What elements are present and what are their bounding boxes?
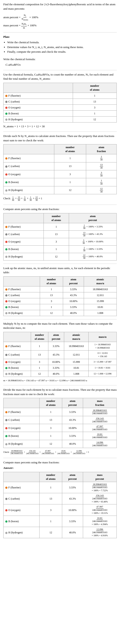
table-row: C (carbon) 13 1330 × 100% = 43.3% [4, 230, 117, 238]
intro-section: Find the elemental composition for 2-(3-… [3, 2, 117, 11]
col-mass-frac: massfraction [83, 398, 116, 408]
intro-text: Find the elemental composition for 2-(3-… [3, 2, 117, 11]
c-dot3 [5, 233, 8, 236]
plan-list: Write the chemical formula. Determine va… [7, 40, 117, 54]
f-dot5 [5, 345, 8, 348]
step1-text: Use the chemical formula, C₁₃H₁₂BFO₃, to… [3, 72, 117, 81]
table6: numberof atoms atompercent massfraction … [3, 398, 117, 448]
b-dot3 [5, 248, 8, 250]
table-row: H (hydrogen) 12 1230 [4, 186, 117, 194]
col-atom-pct: atompercent [63, 276, 84, 286]
col-element [4, 332, 31, 342]
c-dot2 [5, 166, 8, 168]
h-dot6 [5, 443, 8, 445]
table-row: O (oxygen) 310.00%15.999 3 × 15.999 = 47… [4, 359, 117, 365]
step3-section: Compute atom percents using the atom fra… [3, 207, 117, 260]
h-atoms: 12 [73, 116, 116, 122]
element-f: F (fluorine) [4, 93, 73, 98]
plan-section: Plan: Write the chemical formula. Determ… [3, 35, 117, 54]
table-row: F (fluorine) 13.33% 18.998403163246.0444… [4, 482, 117, 493]
table-row: F (fluorine) 1 130 × 100% = 3.33% [4, 223, 117, 230]
table3-header: numberof atoms atompercent [4, 213, 117, 223]
table-row: H (hydrogen) 1240.0%1.008 12 × 1.008 = 1… [4, 371, 117, 377]
col-atom-pct: atompercent [62, 398, 83, 408]
c-dot5 [5, 354, 8, 356]
table-row: O (oxygen) 310.00% 47.997246.044403163× … [4, 504, 117, 516]
col-atoms: numberof atoms [44, 213, 69, 223]
divider5 [3, 264, 117, 264]
table-row: H (hydrogen) 1240.0%1.008 [4, 310, 117, 316]
o-dot4 [5, 300, 8, 302]
check2: Check: 130 + 1330 + 330 + 130 + 1230 = 1 [3, 196, 117, 202]
table-row: F (fluorine) 13.33%18.998403163 1 × 18.9… [4, 342, 117, 350]
col-mass-u: mass/u [89, 332, 117, 342]
c-atoms: 13 [73, 98, 116, 104]
h-dot3 [5, 256, 8, 258]
table3: numberof atoms atompercent F (fluorine) … [3, 213, 117, 260]
table-row: C (carbon) 13 [4, 98, 117, 104]
b-atoms: 1 [73, 110, 116, 116]
formula-section: Write the chemical formula: C₁₃H₁₂BFO₃ [3, 57, 117, 67]
check6: Check: 18.998403163246.044403163 + 156.1… [3, 450, 117, 455]
element-h: H (hydrogen) [4, 116, 73, 122]
table-row: B (boron) 1 130 × 100% = 3.33% [4, 246, 117, 253]
table-row: O (oxygen) 310.00% 47.997246.044403163 [4, 424, 117, 432]
b-dot4 [5, 306, 8, 308]
element-c: C (carbon) [4, 98, 73, 104]
table-row: H (hydrogen) 1240.0% 12.096246.044403163… [4, 527, 117, 538]
table7: numberof atoms atompercent masspercent F… [3, 472, 117, 538]
col-mass-pct: masspercent [83, 472, 116, 482]
mass-percent-formula: mass percent = Nimim × 100% [3, 22, 117, 29]
b-dot7 [5, 520, 8, 522]
col-atom-pct: atompercent [69, 213, 117, 223]
table-row: H (hydrogen) 1240.0% 14.096246.044403163 [4, 440, 117, 448]
col-mass: atomicmass/u [84, 276, 117, 286]
o-atoms: 3 [73, 104, 116, 110]
plan-item-3: Finally, compute the percents and check … [7, 50, 117, 54]
table7-header: numberof atoms atompercent masspercent [4, 472, 117, 482]
table4-header: numberof atoms atompercent atomicmass/u [4, 276, 117, 286]
element-o: O (oxygen) [4, 104, 73, 110]
o-dot5 [5, 361, 8, 363]
b-dot2 [5, 181, 8, 184]
step1-section: Use the chemical formula, C₁₃H₁₂BFO₃, to… [3, 72, 117, 128]
table-row: B (boron) 1 130 [4, 178, 117, 186]
col-frac: atomfraction [86, 144, 117, 154]
table-row: H (hydrogen) 12 [4, 116, 117, 122]
f-atoms: 1 [73, 93, 116, 98]
answer-label: Answer: [3, 466, 117, 470]
step2-text: Divide each Nᵢ by N_atoms to calculate a… [3, 134, 117, 142]
c-dot [5, 101, 8, 103]
table-row: B (boron) 13.33%10.81 [4, 304, 117, 310]
atom-percent-formula: atom percent = NiNatoms × 100% [3, 14, 117, 21]
col-atomic-mass: atomicmass/u [64, 332, 89, 342]
step3-text: Compute atom percents using the atom fra… [3, 207, 117, 211]
step5-section: Multiply Nᵢ by mᵢ to compute the mass fo… [3, 322, 117, 382]
col-atoms: numberof atoms [54, 144, 86, 154]
f-dot6 [5, 411, 8, 413]
table-row: H (hydrogen) 12 1230 × 100% = 40.0% [4, 253, 117, 260]
divider3 [3, 132, 117, 132]
col-atoms: numberof atoms [39, 398, 62, 408]
plan-label: Plan: [3, 35, 117, 39]
divider4 [3, 204, 117, 205]
col-atoms: numberof atoms [39, 472, 62, 482]
chemical-formula: C₁₃H₁₂BFO₃ [6, 62, 117, 67]
col-element [4, 144, 54, 154]
c-dot4 [5, 294, 8, 296]
o-dot7 [5, 509, 8, 512]
col-element [4, 213, 44, 223]
step6-section: Divide the mass for each element by m to… [3, 388, 117, 454]
natoms-eq: N_atoms = 1 + 13 + 3 + 1 + 12 = 30 [3, 124, 117, 128]
h-dot5 [5, 373, 8, 375]
table-row: O (oxygen) 3 330 × 100% = 10.00% [4, 238, 117, 246]
table-row: B (boron) 13.33% 10.81246.044403163 [4, 432, 117, 440]
table-row: C (carbon) 1343.3%12.011 [4, 292, 117, 298]
table-row: O (oxygen) 310.00%15.999 [4, 298, 117, 304]
f-dot3 [5, 226, 8, 228]
table-row: F (fluorine) 1 [4, 93, 117, 98]
f-dot [5, 95, 8, 97]
f-dot4 [5, 288, 8, 290]
b-dot [5, 112, 8, 115]
table1: numberof atoms F (fluorine) 1 C (carbon)… [3, 83, 117, 122]
